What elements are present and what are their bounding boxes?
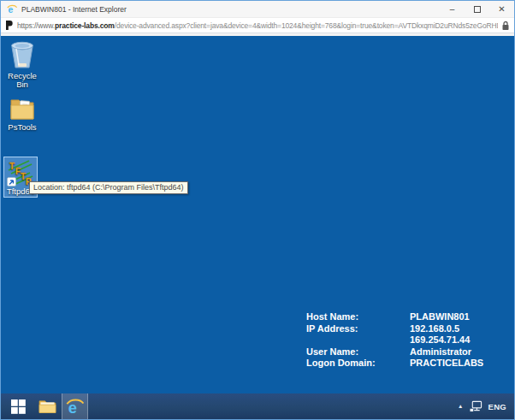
maximize-button[interactable] (465, 1, 489, 17)
file-explorer-button[interactable] (33, 393, 62, 419)
maximize-icon (474, 6, 481, 13)
host-info-row: 169.254.71.44 (306, 334, 483, 346)
taskbar: e ▲ ENG (1, 393, 514, 419)
window-controls: – ✕ (440, 1, 514, 17)
windows-logo-icon (11, 399, 26, 414)
url-text: https://www.practice-labs.com/device-adv… (17, 21, 498, 30)
start-button[interactable] (3, 393, 33, 419)
svg-text:T: T (9, 162, 15, 171)
host-info-row: User Name: Administrator (306, 346, 483, 358)
ie-window: e PLABWIN801 - Internet Explorer – ✕ htt… (0, 0, 515, 420)
desktop-icon-recycle-bin[interactable]: Recycle Bin (1, 40, 44, 89)
desktop-icon-pstools[interactable]: PsTools (1, 95, 44, 132)
title-bar: e PLABWIN801 - Internet Explorer – ✕ (1, 1, 514, 17)
folder-icon (9, 95, 36, 122)
icon-label: Recycle Bin (1, 72, 44, 89)
address-bar[interactable]: https://www.practice-labs.com/device-adv… (1, 17, 514, 33)
shortcut-arrow-icon (8, 178, 16, 186)
tftpd-location-tooltip: Location: tftpd64 (C:\Program Files\Tftp… (29, 181, 188, 194)
internet-explorer-taskbar-button[interactable]: e (62, 393, 88, 419)
remote-desktop-surface[interactable]: Recycle Bin PsTools T F T P (1, 36, 514, 419)
window-title: PLABWIN801 - Internet Explorer (21, 5, 127, 14)
host-info-row: Logon Domain: PRACTICELABS (306, 358, 483, 370)
minimize-button[interactable]: – (440, 1, 465, 17)
ie-logo-icon: e (7, 4, 17, 15)
language-indicator[interactable]: ENG (488, 402, 507, 411)
lock-icon[interactable] (501, 21, 510, 31)
file-explorer-icon (38, 399, 56, 414)
host-info-row: Host Name: PLABWIN801 (306, 311, 483, 323)
host-info-block: Host Name: PLABWIN801 IP Address: 192.16… (306, 311, 483, 370)
icon-label: PsTools (1, 123, 44, 132)
network-icon[interactable] (470, 400, 482, 412)
host-info-row: IP Address: 192.168.0.5 (306, 323, 483, 335)
close-button[interactable]: ✕ (489, 1, 514, 17)
ie-logo-icon: e (66, 398, 84, 416)
show-hidden-icons-chevron[interactable]: ▲ (458, 404, 463, 410)
site-favicon-icon (5, 20, 14, 31)
recycle-bin-icon (9, 40, 36, 71)
system-tray: ▲ ENG (458, 393, 514, 419)
